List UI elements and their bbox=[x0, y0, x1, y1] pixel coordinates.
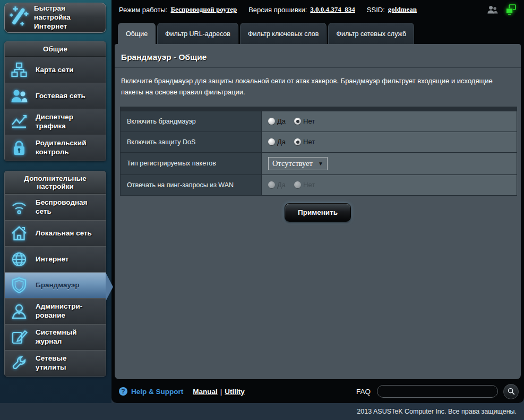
sidebar-item-traffic-manager[interactable]: Диспетчер трафика bbox=[5, 109, 106, 135]
globe-icon bbox=[7, 251, 31, 268]
utility-link[interactable]: Utility bbox=[225, 388, 245, 396]
faq-search-button[interactable] bbox=[503, 384, 519, 399]
operation-mode-label: Режим работы: bbox=[119, 6, 167, 14]
faq-search-input[interactable] bbox=[377, 385, 498, 398]
tab-network-services-filter[interactable]: Фильтр сетевых служб bbox=[328, 23, 414, 44]
shield-icon bbox=[7, 277, 31, 294]
table-row: Включить защиту DoS Да Нет bbox=[121, 132, 517, 152]
logged-packets-type-select[interactable]: Отсутствует ▼ bbox=[268, 157, 328, 170]
section-title-general: Общие bbox=[5, 42, 106, 57]
quick-internet-setup-button[interactable]: Быстрая настройка Интернет bbox=[4, 3, 106, 33]
traffic-manager-icon bbox=[7, 113, 31, 130]
enable-dos-yes-radio[interactable]: Да bbox=[268, 138, 286, 146]
sidebar-item-firewall[interactable]: Брандмауэр bbox=[5, 272, 106, 298]
section-title-advanced: Дополнительные настройки bbox=[5, 171, 106, 194]
table-header-strip bbox=[121, 107, 517, 111]
sidebar-item-label: Локальная сеть bbox=[36, 229, 92, 238]
guest-network-icon bbox=[7, 88, 31, 104]
log-pencil-icon bbox=[7, 329, 31, 346]
sidebar-item-label: Беспроводная сеть bbox=[36, 198, 88, 216]
sidebar-item-label: Сетевые утилиты bbox=[36, 354, 67, 372]
radio-checked-icon[interactable] bbox=[294, 118, 301, 125]
question-circle-icon: ? bbox=[119, 387, 127, 396]
sidebar-item-wan[interactable]: Интернет bbox=[5, 246, 106, 272]
radio-unchecked-icon[interactable] bbox=[268, 118, 275, 125]
content-panel: Брандмауэр - Общие Включите брандмауэр д… bbox=[115, 44, 521, 379]
network-map-icon bbox=[7, 62, 31, 78]
enable-dos-label: Включить защиту DoS bbox=[121, 132, 262, 152]
sidebar-item-wireless[interactable]: Беспроводная сеть bbox=[5, 194, 106, 220]
wifi-icon bbox=[7, 199, 31, 215]
enable-firewall-no-radio[interactable]: Нет bbox=[294, 117, 315, 125]
firmware-version-link[interactable]: 3.0.0.4.374_834 bbox=[310, 5, 355, 14]
sidebar-item-label: Родительский контроль bbox=[36, 139, 86, 157]
tab-url-filter[interactable]: Фильтр URL-адресов bbox=[157, 23, 238, 44]
sidebar-section-general: Общие Карта сети bbox=[4, 41, 106, 161]
home-icon bbox=[7, 225, 31, 242]
page-description: Включите брандмауэр для защиты локальной… bbox=[115, 68, 508, 103]
tab-general[interactable]: Общие bbox=[118, 23, 156, 44]
ssid-link[interactable]: goldmean bbox=[388, 5, 417, 14]
sidebar-item-label: Гостевая сеть bbox=[36, 92, 85, 101]
parental-control-lock-icon bbox=[7, 139, 31, 156]
wan-ping-no-radio: Нет bbox=[294, 181, 315, 189]
sidebar-item-label: Диспетчер трафика bbox=[36, 113, 73, 131]
radio-disabled-icon bbox=[294, 181, 301, 188]
firewall-tabs: Общие Фильтр URL-адресов Фильтр ключевых… bbox=[111, 19, 524, 44]
sidebar-item-parental-control[interactable]: Родительский контроль bbox=[5, 135, 106, 161]
sidebar-item-label: Администри- рование bbox=[36, 302, 82, 320]
faq-label: FAQ bbox=[356, 388, 371, 396]
radio-checked-icon[interactable] bbox=[294, 138, 301, 145]
chevron-down-icon: ▼ bbox=[318, 161, 323, 167]
enable-firewall-yes-radio[interactable]: Да bbox=[268, 117, 286, 125]
network-status-icon[interactable] bbox=[505, 4, 517, 15]
table-row: Включить брандмауэр Да Нет bbox=[121, 111, 517, 132]
sidebar-item-network-map[interactable]: Карта сети bbox=[5, 57, 106, 83]
wan-ping-label: Отвечать на пинг-запросы из WAN bbox=[121, 174, 262, 195]
sidebar-item-label: Карта сети bbox=[36, 66, 74, 75]
enable-firewall-label: Включить брандмауэр bbox=[121, 111, 262, 132]
operation-mode-link[interactable]: Беспроводной роутер bbox=[170, 5, 237, 14]
copyright-text: 2013 ASUSTeK Computer Inc. Все права защ… bbox=[0, 403, 524, 420]
footer-separator: | bbox=[220, 388, 222, 396]
apply-button[interactable]: Применить bbox=[285, 203, 351, 222]
footer-bar: ? Help & Support Manual | Utility FAQ bbox=[111, 380, 524, 403]
enable-dos-no-radio[interactable]: Нет bbox=[294, 138, 315, 146]
wan-ping-yes-radio: Да bbox=[268, 181, 286, 189]
top-info-bar: Режим работы: Беспроводной роутер Версия… bbox=[111, 0, 524, 19]
magnifier-icon bbox=[507, 387, 516, 396]
radio-disabled-icon bbox=[268, 181, 275, 188]
logged-packets-type-label: Тип регистрируемых пакетов bbox=[121, 152, 262, 174]
person-icon bbox=[7, 303, 31, 320]
firmware-label: Версия прошивки: bbox=[248, 6, 307, 14]
clients-icon[interactable] bbox=[487, 4, 499, 15]
wrench-icon bbox=[7, 355, 31, 372]
table-row: Тип регистрируемых пакетов Отсутствует ▼ bbox=[121, 152, 517, 174]
sidebar-item-system-log[interactable]: Системный журнал bbox=[5, 324, 106, 350]
sidebar-item-administration[interactable]: Администри- рование bbox=[5, 298, 106, 324]
table-row: Отвечать на пинг-запросы из WAN Да Нет bbox=[121, 174, 517, 195]
sidebar-item-guest-network[interactable]: Гостевая сеть bbox=[5, 83, 106, 109]
sidebar-item-lan[interactable]: Локальная сеть bbox=[5, 220, 106, 246]
manual-link[interactable]: Manual bbox=[193, 388, 218, 396]
radio-unchecked-icon[interactable] bbox=[268, 138, 275, 145]
sidebar-item-network-tools[interactable]: Сетевые утилиты bbox=[5, 350, 106, 376]
magic-wand-icon bbox=[8, 5, 30, 31]
router-admin-page: Режим работы: Беспроводной роутер Версия… bbox=[0, 0, 524, 420]
page-title: Брандмауэр - Общие bbox=[115, 44, 521, 68]
tab-keyword-filter[interactable]: Фильтр ключевых слов bbox=[240, 23, 327, 44]
firewall-settings-table: Включить брандмауэр Да Нет bbox=[120, 107, 517, 196]
sidebar-item-label: Интернет bbox=[36, 255, 68, 264]
help-support-link[interactable]: Help & Support bbox=[131, 388, 183, 396]
ssid-label: SSID: bbox=[367, 6, 385, 14]
main-app-container: Режим работы: Беспроводной роутер Версия… bbox=[111, 0, 524, 403]
sidebar-item-label: Брандмауэр bbox=[36, 281, 80, 290]
sidebar-item-label: Системный журнал bbox=[36, 328, 76, 346]
sidebar-section-advanced: Дополнительные настройки Беспроводная се… bbox=[4, 171, 106, 377]
quick-setup-label: Быстрая настройка Интернет bbox=[34, 4, 102, 31]
